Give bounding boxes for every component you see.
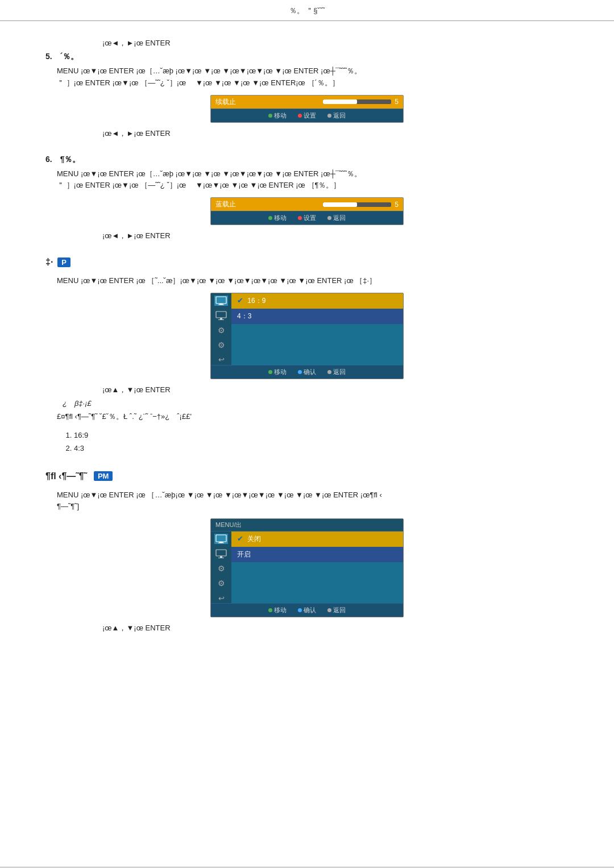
section-aspect: ‡· P MENU ¡œ▼¡œ ENTER ¡œ ［˜...˘æ］¡œ▼¡œ ▼… — [45, 257, 569, 455]
pm-monitor-icon — [215, 549, 227, 558]
page-header: ％。 ＂§˘ˇ˜ — [0, 0, 614, 21]
aspect-icon-back: ↩ — [214, 355, 228, 365]
menu-box-6: 蓝载止 5 移动 设置 — [210, 197, 404, 225]
section-6-number: 6. ¶％。 — [45, 155, 569, 165]
aspect-item-empty2 — [231, 330, 403, 335]
nav-text-6: ¡œ◄，►¡œ ENTER — [102, 231, 171, 240]
pm-gear2-symbol: ⚙ — [218, 579, 225, 588]
aspect-sidebar: ⚙ ⚙ ↩ ✔ — [211, 293, 403, 365]
pm-tv-icon — [215, 534, 227, 543]
pm-label-open: 开启 — [237, 550, 251, 558]
pm-heading: ¶fl ‹¶—˜¶˜ PM — [45, 471, 569, 481]
pm-icon-gear2: ⚙ — [214, 578, 228, 588]
dot-blue-pm — [298, 608, 302, 612]
nav-after-5: ¡œ◄，►¡œ ENTER — [102, 128, 569, 139]
aspect-instruction: MENU ¡œ▼¡œ ENTER ¡œ ［˜...˘æ］¡œ▼¡œ ▼¡œ ▼¡… — [57, 275, 569, 287]
menu-value-5: 5 — [395, 98, 399, 106]
nav-pm: ¡œ▲，▼¡œ ENTER — [102, 623, 569, 633]
footer-label-back-pm: 返回 — [333, 606, 346, 614]
svg-rect-4 — [220, 318, 222, 319]
progress-fill-5 — [323, 99, 357, 104]
svg-rect-3 — [216, 312, 226, 318]
footer-label-confirm-aspect: 确认 — [304, 368, 316, 376]
pm-menu-box: MENU/出 — [210, 518, 404, 617]
pm-badge: PM — [94, 471, 113, 481]
nav-text-aspect: ¡œ▲，▼¡œ ENTER — [102, 385, 171, 394]
menu-footer-5: 移动 设置 返回 — [211, 109, 403, 122]
aspect-list-val-2: 4:3 — [74, 444, 84, 452]
footer-btn-confirm-pm: 确认 — [298, 606, 316, 614]
footer-btn-move-5: 移动 — [268, 111, 287, 120]
aspect-icon-gear1: ⚙ — [214, 325, 228, 335]
nav-aspect: ¡œ▲，▼¡œ ENTER — [102, 385, 569, 395]
menu-title-5: 续载止 — [215, 97, 236, 107]
dot-red-5 — [298, 114, 302, 118]
footer-label-confirm-pm: 确认 — [304, 606, 316, 614]
pm-icon-tv — [214, 534, 228, 544]
pm-menu-footer: 移动 确认 返回 — [211, 603, 403, 617]
pm-icons-col: ⚙ ⚙ ↩ — [211, 531, 231, 603]
dot-gray-6 — [327, 216, 331, 220]
aspect-note-text: £¤¶fl ‹¶—˜¶˜ ˘£˘％。Ł ˆ.˜ ¿¨˜ ˉ−†»¿ ˆ¡££' — [57, 411, 569, 423]
nav-text: ¡œ◄，►¡œ ENTER — [102, 39, 171, 47]
aspect-list-item-2: 4:3 — [74, 442, 569, 455]
page: ％。 ＂§˘ˇ˜ ¡œ◄，►¡œ ENTER 5. ´％。 MENU ¡œ▼¡œ… — [0, 0, 614, 868]
footer-label-set-6: 设置 — [304, 214, 316, 222]
progress-bar-6 — [323, 202, 391, 207]
svg-rect-6 — [216, 535, 226, 542]
aspect-item-empty3 — [231, 335, 403, 341]
nav-before-5: ¡œ◄，►¡œ ENTER — [102, 38, 569, 48]
pm-icon-monitor — [214, 549, 228, 559]
back-symbol: ↩ — [218, 355, 225, 364]
pm-content-col: ✔ 关闭 开启 — [231, 531, 403, 603]
aspect-item-empty1 — [231, 324, 403, 330]
progress-bar-5 — [323, 99, 391, 104]
section-6-label: ¶％。 — [60, 155, 81, 164]
svg-rect-5 — [218, 319, 224, 320]
section-5: 5. ´％。 MENU ¡œ▼¡œ ENTER ¡œ［…˘æþ ¡œ▼¡œ ▼¡… — [45, 52, 569, 139]
footer-label-move-5: 移动 — [274, 111, 287, 120]
section-pm: ¶fl ‹¶—˜¶˜ PM MENU ¡œ▼¡œ ENTER ¡œ ［…˘æþ¡… — [45, 471, 569, 634]
menu-progress-6: 5 — [323, 201, 399, 209]
footer-btn-back-aspect: 返回 — [327, 368, 346, 376]
check-169: ✔ — [237, 296, 243, 305]
svg-rect-11 — [218, 558, 224, 558]
gear2-symbol: ⚙ — [218, 340, 225, 350]
dot-red-6 — [298, 216, 302, 220]
menu-progress-5: 5 — [323, 98, 399, 106]
content-area: ¡œ◄，►¡œ ENTER 5. ´％。 MENU ¡œ▼¡œ ENTER ¡œ… — [0, 21, 614, 672]
section-5-number: 5. ´％。 — [45, 52, 569, 62]
dot-green-aspect — [268, 370, 272, 374]
menu-box-5: 续载止 5 移动 设置 — [210, 95, 404, 123]
pm-gear1-symbol: ⚙ — [218, 564, 225, 573]
footer-btn-back-pm: 返回 — [327, 606, 346, 614]
pm-heading-text: ¶fl ‹¶—˜¶˜ — [45, 471, 87, 481]
progress-fill-6 — [323, 202, 357, 207]
footer-label-move-aspect: 移动 — [274, 368, 287, 376]
svg-rect-9 — [216, 550, 226, 556]
menu-footer-6: 移动 设置 返回 — [211, 211, 403, 225]
aspect-icon-tv — [214, 296, 228, 306]
menu-row-5-selected: 续载止 5 — [211, 95, 403, 109]
gear1-symbol: ⚙ — [218, 326, 225, 335]
dot-blue-aspect — [298, 370, 302, 374]
aspect-list: 16:9 4:3 — [68, 429, 569, 455]
footer-btn-move-6: 移动 — [268, 214, 287, 222]
pm-label-close: 关闭 — [247, 535, 261, 543]
footer-btn-set-6: 设置 — [298, 214, 316, 222]
pm-back-symbol: ↩ — [218, 594, 225, 603]
aspect-icons-col: ⚙ ⚙ ↩ — [211, 293, 231, 365]
pm-menu-header-label: MENU/出 — [211, 519, 403, 531]
section-5-instruction: MENU ¡œ▼¡œ ENTER ¡œ［…˘æþ ¡œ▼¡œ ▼¡œ ▼¡œ▼¡… — [57, 65, 569, 89]
aspect-label-43: 4：3 — [237, 312, 251, 320]
footer-label-back-aspect: 返回 — [333, 368, 346, 376]
dot-gray-pm — [327, 608, 331, 612]
svg-rect-0 — [216, 297, 226, 304]
aspect-badge-p: P — [57, 258, 70, 267]
nav-text-5: ¡œ◄，►¡œ ENTER — [102, 129, 171, 138]
svg-rect-10 — [220, 556, 222, 558]
footer-btn-set-5: 设置 — [298, 111, 316, 120]
tv-icon — [215, 296, 227, 305]
footer-btn-back-6: 返回 — [327, 214, 346, 222]
section-6: 6. ¶％。 MENU ¡œ▼¡œ ENTER ¡œ［…˘æþ ¡œ▼¡œ ▼¡… — [45, 155, 569, 242]
